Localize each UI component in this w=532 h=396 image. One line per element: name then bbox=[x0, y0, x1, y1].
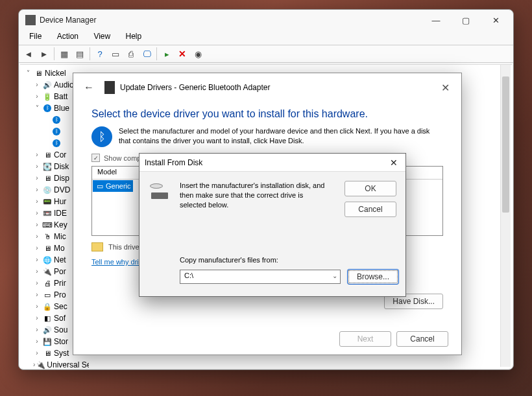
toolbar-icon[interactable]: ▤ bbox=[73, 47, 87, 61]
browse-button[interactable]: Browse... bbox=[347, 269, 399, 285]
minimize-button[interactable]: — bbox=[421, 10, 451, 30]
dialog-heading: Select the device driver you want to ins… bbox=[73, 102, 461, 124]
chevron-down-icon[interactable]: ⌄ bbox=[332, 272, 337, 279]
forward-icon[interactable]: ► bbox=[37, 47, 51, 61]
copy-from-label: Copy manufacturer's files from: bbox=[180, 256, 278, 264]
add-icon[interactable]: ▸ bbox=[160, 47, 174, 61]
toolbar-icon[interactable]: ▭ bbox=[108, 47, 123, 61]
app-icon bbox=[25, 15, 36, 25]
toolbar-icon[interactable]: ▦ bbox=[57, 47, 71, 61]
scrollbar[interactable] bbox=[500, 65, 511, 367]
titlebar[interactable]: Device Manager — ▢ ✕ bbox=[19, 10, 513, 30]
toolbar-icon[interactable]: ⎙ bbox=[124, 47, 138, 61]
disk-icon bbox=[149, 183, 169, 200]
compatible-checkbox[interactable]: ✓ bbox=[91, 154, 100, 162]
dialog-message: Insert the manufacturer's installation d… bbox=[180, 181, 332, 210]
tree-item[interactable]: Pro bbox=[54, 289, 66, 301]
menubar: File Action View Help bbox=[19, 30, 513, 45]
certificate-icon bbox=[91, 242, 103, 251]
tree-item[interactable]: Universal Serial Bus controllers bbox=[47, 359, 89, 371]
path-value: C:\ bbox=[184, 272, 193, 279]
scrollbar-thumb[interactable] bbox=[502, 76, 509, 213]
tree-item[interactable]: Sec bbox=[54, 301, 67, 312]
monitor-icon[interactable]: 🖵 bbox=[139, 47, 154, 61]
close-button[interactable]: ✕ bbox=[481, 10, 511, 30]
close-icon[interactable]: ✕ bbox=[435, 78, 456, 98]
dialog-title: Install From Disk bbox=[145, 158, 202, 167]
tree-item[interactable]: DVD bbox=[54, 184, 70, 196]
tree-item[interactable]: Mo bbox=[54, 242, 65, 254]
install-from-disk-dialog: Install From Disk ✕ Insert the manufactu… bbox=[139, 153, 406, 297]
menu-action[interactable]: Action bbox=[51, 30, 85, 42]
tree-item[interactable]: Prir bbox=[54, 277, 66, 289]
tree-item[interactable]: Sou bbox=[54, 324, 67, 336]
toolbar: ◄ ► ▦ ▤ ? ▭ ⎙ 🖵 ▸ ✕ ◉ bbox=[19, 45, 513, 63]
path-combobox[interactable]: C:\ ⌄ bbox=[180, 270, 341, 284]
tree-item[interactable]: Disk bbox=[54, 161, 69, 172]
menu-file[interactable]: File bbox=[23, 30, 48, 42]
toolbar-icon[interactable]: ◉ bbox=[191, 47, 205, 61]
tree-item[interactable]: Por bbox=[54, 266, 66, 277]
tree-item[interactable]: Disp bbox=[54, 172, 69, 184]
ok-button[interactable]: OK bbox=[345, 181, 396, 196]
tree-item[interactable]: Blue bbox=[54, 102, 69, 114]
back-icon[interactable]: ◄ bbox=[21, 47, 36, 61]
tree-item[interactable]: Stor bbox=[54, 336, 68, 347]
next-button[interactable]: Next bbox=[339, 331, 391, 347]
cancel-button[interactable]: Cancel bbox=[345, 202, 396, 217]
menu-view[interactable]: View bbox=[87, 30, 117, 42]
help-icon[interactable]: ? bbox=[93, 47, 107, 61]
tree-item[interactable]: IDE bbox=[54, 207, 67, 219]
tree-item[interactable]: Cor bbox=[54, 149, 66, 161]
tree-item[interactable]: Hur bbox=[54, 196, 66, 207]
dialog-description: Select the manufacturer and model of you… bbox=[119, 126, 443, 147]
cancel-button[interactable]: Cancel bbox=[396, 331, 448, 347]
menu-help[interactable]: Help bbox=[119, 30, 149, 42]
tree-item[interactable]: Key bbox=[54, 219, 67, 231]
tree-item[interactable]: Net bbox=[54, 254, 66, 266]
window-title: Device Manager bbox=[40, 16, 96, 25]
bluetooth-icon: ᛒ bbox=[91, 126, 112, 147]
device-icon bbox=[104, 81, 115, 94]
dialog-title: Update Drivers - Generic Bluetooth Adapt… bbox=[120, 83, 270, 92]
tree-root[interactable]: Nickel bbox=[45, 67, 66, 79]
tree-item[interactable]: Mic bbox=[54, 231, 66, 242]
back-button[interactable]: ← bbox=[79, 79, 99, 96]
close-icon[interactable]: ✕ bbox=[387, 156, 400, 169]
maximize-button[interactable]: ▢ bbox=[451, 10, 481, 30]
tree-item[interactable]: Syst bbox=[54, 347, 69, 359]
tree-item[interactable]: Audio bbox=[54, 79, 74, 91]
remove-icon[interactable]: ✕ bbox=[175, 47, 189, 61]
tree-item[interactable]: Batt bbox=[54, 91, 67, 102]
tree-item[interactable]: Sof bbox=[54, 312, 66, 324]
model-item-selected[interactable]: ▭Generic bbox=[93, 180, 133, 192]
